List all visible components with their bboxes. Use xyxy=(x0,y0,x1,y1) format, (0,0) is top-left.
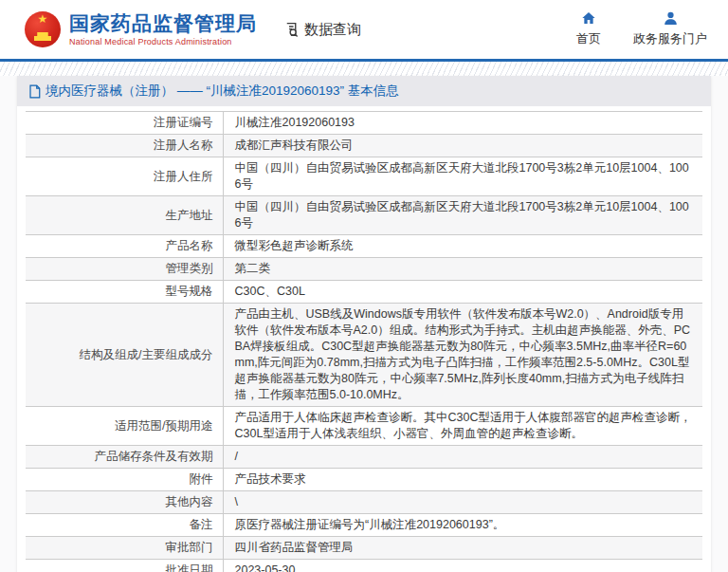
data-query-label: 数据查询 xyxy=(304,21,361,39)
home-icon xyxy=(581,11,596,28)
row-value: 中国（四川）自由贸易试验区成都高新区天府大道北段1700号3栋2单元10层100… xyxy=(223,157,702,196)
info-table: 注册证编号川械注准20192060193注册人名称成都汇声科技有限公司注册人住所… xyxy=(26,111,702,572)
row-value: \ xyxy=(223,491,702,514)
breadcrumb-text: 境内医疗器械（注册） —— “川械注准20192060193” 基本信息 xyxy=(46,83,399,100)
row-value: 成都汇声科技有限公司 xyxy=(223,135,702,157)
document-search-icon xyxy=(283,21,300,38)
nav-data-query[interactable]: 数据查询 xyxy=(283,21,361,39)
info-table-body: 注册证编号川械注准20192060193注册人名称成都汇声科技有限公司注册人住所… xyxy=(26,112,702,572)
row-value: 原医疗器械注册证编号为“川械注准20192060193”。 xyxy=(223,514,702,537)
stripe-band xyxy=(0,62,728,76)
table-row: 型号规格C30C、C30L xyxy=(26,281,702,304)
row-label: 注册人住所 xyxy=(26,157,223,196)
row-label: 结构及组成/主要组成成分 xyxy=(26,304,223,407)
row-value: / xyxy=(223,446,702,469)
table-row: 备注原医疗器械注册证编号为“川械注准20192060193”。 xyxy=(26,514,702,537)
org-names: 国家药品监督管理局 National Medical Products Admi… xyxy=(69,12,257,46)
row-label: 型号规格 xyxy=(26,281,223,304)
table-row: 产品名称微型彩色超声诊断系统 xyxy=(26,235,702,258)
emblem-gate-icon xyxy=(34,32,51,41)
nav-portal[interactable]: 政务服务门户 xyxy=(633,11,707,47)
table-row: 注册人住所中国（四川）自由贸易试验区成都高新区天府大道北段1700号3栋2单元1… xyxy=(26,157,702,196)
row-label: 其他内容 xyxy=(26,491,223,514)
row-label: 备注 xyxy=(26,514,223,537)
table-wrap: 注册证编号川械注准20192060193注册人名称成都汇声科技有限公司注册人住所… xyxy=(17,106,711,572)
row-value: 第二类 xyxy=(223,258,702,281)
table-row: 其他内容\ xyxy=(26,491,702,514)
row-label: 管理类别 xyxy=(26,258,223,281)
info-card: 境内医疗器械（注册） —— “川械注准20192060193” 基本信息 注册证… xyxy=(17,76,711,572)
row-label: 适用范围/预期用途 xyxy=(26,407,223,446)
person-icon xyxy=(664,11,678,28)
row-label: 注册证编号 xyxy=(26,112,223,135)
row-label: 生产地址 xyxy=(26,196,223,235)
row-value: 川械注准20192060193 xyxy=(223,112,702,135)
row-label: 审批部门 xyxy=(26,537,223,560)
row-value: 产品适用于人体临床超声检查诊断。其中C30C型适用于人体腹部器官的超声检查诊断，… xyxy=(223,407,702,446)
table-row: 生产地址中国（四川）自由贸易试验区成都高新区天府大道北段1700号3栋2单元10… xyxy=(26,196,702,235)
national-emblem-icon: ★ xyxy=(25,11,61,47)
table-row: 产品储存条件及有效期/ xyxy=(26,446,702,469)
nmpa-logo[interactable]: ★ 国家药品监督管理局 National Medical Products Ad… xyxy=(25,11,257,47)
row-label: 注册人名称 xyxy=(26,135,223,157)
row-value: 中国（四川）自由贸易试验区成都高新区天府大道北段1700号3栋2单元10层100… xyxy=(223,196,702,235)
row-value: 产品由主机、USB线及Windows版专用软件（软件发布版本号W2.0）、And… xyxy=(223,304,702,407)
row-value: 2023-05-30 xyxy=(223,560,702,572)
row-value: C30C、C30L xyxy=(223,281,702,304)
emblem-star-icon: ★ xyxy=(38,13,48,25)
table-row: 附件产品技术要求 xyxy=(26,469,702,491)
site-header: ★ 国家药品监督管理局 National Medical Products Ad… xyxy=(0,0,728,59)
row-value: 四川省药品监督管理局 xyxy=(223,537,702,560)
table-row: 审批部门四川省药品监督管理局 xyxy=(26,537,702,560)
row-label: 批准日期 xyxy=(26,560,223,572)
content-area: 境内医疗器械（注册） —— “川械注准20192060193” 基本信息 注册证… xyxy=(0,76,728,572)
row-label: 附件 xyxy=(26,469,223,491)
row-label: 产品储存条件及有效期 xyxy=(26,446,223,469)
row-label: 产品名称 xyxy=(26,235,223,258)
org-title-en: National Medical Products Administration xyxy=(69,37,257,46)
table-row: 结构及组成/主要组成成分产品由主机、USB线及Windows版专用软件（软件发布… xyxy=(26,304,702,407)
org-title-cn: 国家药品监督管理局 xyxy=(69,12,257,35)
table-row: 批准日期2023-05-30 xyxy=(26,560,702,572)
row-value: 微型彩色超声诊断系统 xyxy=(223,235,702,258)
table-row: 注册人名称成都汇声科技有限公司 xyxy=(26,135,702,157)
page-icon xyxy=(28,84,41,99)
table-row: 管理类别第二类 xyxy=(26,258,702,281)
home-label: 首页 xyxy=(576,30,601,47)
row-value: 产品技术要求 xyxy=(223,469,702,491)
portal-label: 政务服务门户 xyxy=(633,30,707,47)
table-row: 适用范围/预期用途产品适用于人体临床超声检查诊断。其中C30C型适用于人体腹部器… xyxy=(26,407,702,446)
table-row: 注册证编号川械注准20192060193 xyxy=(26,112,702,135)
nav-home[interactable]: 首页 xyxy=(576,11,601,47)
breadcrumb: 境内医疗器械（注册） —— “川械注准20192060193” 基本信息 xyxy=(17,76,711,106)
header-right-nav: 首页 政务服务门户 xyxy=(576,11,707,47)
